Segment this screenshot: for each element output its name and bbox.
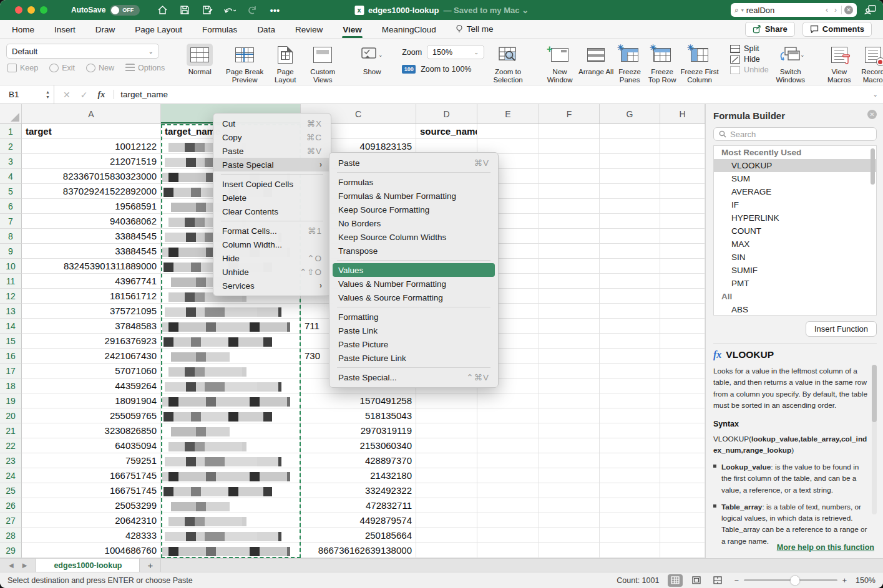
cell-F21[interactable] [539, 423, 600, 438]
cell-G21[interactable] [600, 423, 660, 438]
row-header-21[interactable]: 21 [0, 423, 22, 438]
cell-A13[interactable]: 375721095 [22, 304, 161, 319]
function-item-average[interactable]: AVERAGE [714, 185, 876, 198]
cell-A25[interactable]: 166751745 [22, 483, 161, 498]
paste-special-item-transpose[interactable]: Transpose [329, 244, 498, 258]
row-header-5[interactable]: 5 [0, 184, 22, 199]
zoom-in-icon[interactable]: + [842, 576, 847, 585]
cell-B27[interactable] [161, 513, 301, 528]
cell-G24[interactable] [600, 468, 660, 483]
cell-B15[interactable] [161, 334, 301, 349]
paste-special-item-keep-source-formatting[interactable]: Keep Source Formatting [329, 203, 498, 216]
cell-A11[interactable]: 43967741 [22, 274, 161, 289]
cell-G22[interactable] [600, 438, 660, 453]
cell-H5[interactable] [660, 184, 705, 199]
cell-G17[interactable] [600, 364, 660, 378]
save-icon[interactable] [178, 4, 191, 16]
cell-E26[interactable] [477, 498, 539, 513]
confirm-entry-icon[interactable]: ✓ [80, 90, 88, 100]
cell-G18[interactable] [600, 378, 660, 393]
more-commands-icon[interactable]: ••• [268, 4, 281, 16]
cell-D22[interactable] [416, 438, 477, 453]
zoom-select[interactable]: 150%⌄ [427, 45, 484, 59]
cell-H18[interactable] [660, 378, 705, 393]
column-header-F[interactable]: F [539, 104, 600, 123]
row-header-12[interactable]: 12 [0, 289, 22, 304]
row-header-2[interactable]: 2 [0, 139, 22, 154]
cell-B14[interactable] [161, 319, 301, 334]
row-header-23[interactable]: 23 [0, 453, 22, 468]
context-menu-item-format-cells[interactable]: Format Cells...⌘1 [213, 224, 331, 238]
cell-G16[interactable] [600, 349, 660, 364]
cell-G14[interactable] [600, 319, 660, 334]
page-break-view-toggle[interactable] [710, 574, 725, 587]
cell-F4[interactable] [539, 169, 600, 184]
cell-G12[interactable] [600, 289, 660, 304]
function-item-count[interactable]: COUNT [714, 224, 876, 238]
cell-H9[interactable] [660, 244, 705, 259]
cell-F10[interactable] [539, 259, 600, 274]
name-box[interactable]: B1 ▲▼ [0, 85, 54, 104]
sheet-view-select[interactable]: Default⌄ [6, 44, 159, 59]
paste-special-item-values-number-formatting[interactable]: Values & Number Formatting [329, 277, 498, 291]
cell-H23[interactable] [660, 453, 705, 468]
cell-A21[interactable]: 3230826850 [22, 423, 161, 438]
cell-D23[interactable] [416, 453, 477, 468]
page-break-preview-button[interactable]: Page Break Preview [222, 42, 267, 84]
cell-F22[interactable] [539, 438, 600, 453]
paste-special-item-no-borders[interactable]: No Borders [329, 216, 498, 230]
cell-A16[interactable]: 2421067430 [22, 349, 161, 364]
cell-H19[interactable] [660, 393, 705, 408]
row-header-24[interactable]: 24 [0, 468, 22, 483]
tab-meaningcloud[interactable]: MeaningCloud [381, 21, 437, 37]
context-menu-item-hide[interactable]: Hide⌃O [213, 251, 331, 265]
cell-D19[interactable] [416, 393, 477, 408]
cell-H29[interactable] [660, 543, 705, 558]
cell-A6[interactable]: 19568591 [22, 199, 161, 214]
cell-E28[interactable] [477, 528, 539, 543]
row-header-25[interactable]: 25 [0, 483, 22, 498]
search-prev-icon[interactable]: ‹ [824, 6, 830, 14]
row-header-22[interactable]: 22 [0, 438, 22, 453]
share-button[interactable]: Share [745, 22, 795, 37]
context-menu-item-unhide[interactable]: Unhide⌃⇧O [213, 265, 331, 279]
cell-H14[interactable] [660, 319, 705, 334]
home-icon[interactable] [156, 4, 168, 16]
cell-A18[interactable]: 44359264 [22, 378, 161, 393]
cell-A28[interactable]: 428333 [22, 528, 161, 543]
row-header-10[interactable]: 10 [0, 259, 22, 274]
context-menu-item-copy[interactable]: Copy⌘C [213, 130, 331, 144]
cell-C25[interactable]: 332492322 [301, 483, 416, 498]
cell-F14[interactable] [539, 319, 600, 334]
row-header-11[interactable]: 11 [0, 274, 22, 289]
cell-H28[interactable] [660, 528, 705, 543]
cell-B28[interactable] [161, 528, 301, 543]
tab-data[interactable]: Data [256, 21, 276, 37]
more-help-link[interactable]: More help on this function [777, 543, 874, 552]
row-header-26[interactable]: 26 [0, 498, 22, 513]
cell-F11[interactable] [539, 274, 600, 289]
cell-A10[interactable]: 832453901311889000 [22, 259, 161, 274]
select-all-corner[interactable] [0, 104, 22, 123]
close-icon[interactable]: ✕ [867, 110, 877, 119]
search-next-icon[interactable]: › [832, 6, 839, 14]
cell-E23[interactable] [477, 453, 539, 468]
function-item-hyperlink[interactable]: HYPERLINK [714, 211, 876, 224]
function-item-abs[interactable]: ABS [714, 303, 876, 316]
cell-A1[interactable]: target [22, 124, 161, 139]
tell-me[interactable]: Tell me [456, 24, 494, 34]
cell-G8[interactable] [600, 229, 660, 244]
cell-B21[interactable] [161, 423, 301, 438]
cell-G15[interactable] [600, 334, 660, 349]
cell-B13[interactable] [161, 304, 301, 319]
context-menu-item-insert-copied-cells[interactable]: Insert Copied Cells [213, 177, 331, 191]
cell-C19[interactable]: 1570491258 [301, 393, 416, 408]
cell-B17[interactable] [161, 364, 301, 378]
normal-view-toggle[interactable] [668, 574, 683, 587]
cell-D27[interactable] [416, 513, 477, 528]
cell-B26[interactable] [161, 498, 301, 513]
cell-F15[interactable] [539, 334, 600, 349]
context-menu-item-paste-special[interactable]: Paste Special› [213, 158, 331, 171]
search-box[interactable]: ⌕ ▾ realDon ‹ › ✕ [731, 3, 857, 17]
cell-G13[interactable] [600, 304, 660, 319]
